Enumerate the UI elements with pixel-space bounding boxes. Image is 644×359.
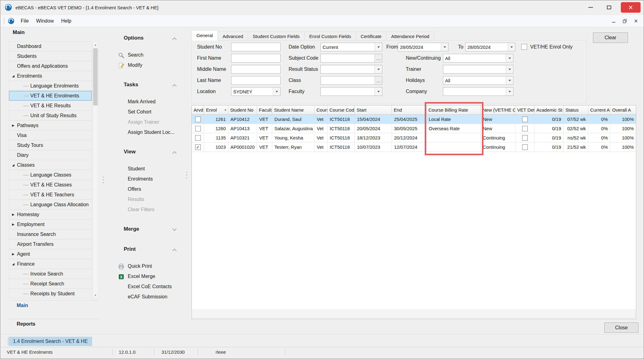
arrived-checkbox[interactable] <box>195 126 201 131</box>
sidebar-item-visa[interactable]: Visa <box>9 130 92 140</box>
column-header-overall-a[interactable]: Overall A <box>610 105 636 114</box>
vet-he-enrol-only-checkbox[interactable] <box>521 44 527 50</box>
grid-hscrollbar[interactable] <box>192 310 635 318</box>
sidebar-item-language-classes[interactable]: Language Classes <box>9 170 92 180</box>
arrived-checkbox[interactable] <box>195 117 201 122</box>
close-button[interactable]: Close <box>604 323 638 333</box>
chevron-up-icon[interactable] <box>172 151 177 156</box>
action-assign-student-loc[interactable]: Assign Student Loc... <box>107 127 190 137</box>
column-header-course-billing-rate[interactable]: Course Billing Rate <box>427 105 481 114</box>
sidebar-item-students[interactable]: Students <box>9 51 92 61</box>
menubar-grip[interactable] <box>4 18 5 24</box>
sidebar-item-classes[interactable]: ◢Classes <box>9 160 92 170</box>
tab-attendance-period[interactable]: Attendance Period <box>386 32 434 41</box>
first-name-input[interactable] <box>231 54 281 62</box>
action-group-header-tasks[interactable]: Tasks <box>107 82 190 90</box>
column-header-vet-det[interactable]: VET Det <box>515 105 535 114</box>
last-name-input[interactable] <box>231 76 281 85</box>
action-student[interactable]: Student <box>107 164 190 174</box>
sidebar-item-invoice-search[interactable]: Invoice Search <box>9 269 92 279</box>
sidebar-item-airport-transfers[interactable]: Airport Transfers <box>9 239 92 249</box>
chevron-up-icon[interactable] <box>172 37 177 42</box>
column-header-start[interactable]: Start <box>355 105 392 114</box>
action-group-header-options[interactable]: Options <box>107 35 190 44</box>
sidebar-item-diary[interactable]: Diary <box>9 150 92 160</box>
column-header-status[interactable]: Status <box>564 105 588 114</box>
action-excel-merge[interactable]: XExcel Merge <box>107 271 190 281</box>
vet-details-checkbox[interactable] <box>522 135 528 141</box>
student-no-input[interactable] <box>231 43 281 51</box>
column-header-course-cod[interactable]: Course Cod <box>328 105 355 114</box>
sidebar-item-vet-he-classes[interactable]: VET & HE Classes <box>9 180 92 190</box>
sidebar-item-language-enrolments[interactable]: Language Enrolments <box>9 81 92 91</box>
action-quick-print[interactable]: Quick Print <box>107 261 190 271</box>
tab-certificate[interactable]: Certificate <box>356 32 387 41</box>
clear-button[interactable]: Clear <box>593 32 628 43</box>
table-row[interactable]: 1260AP10413VETSalazar, AugustinaVetICT50… <box>192 124 636 133</box>
location-select[interactable]: SYDNEY <box>231 87 281 96</box>
new-continuing-select[interactable]: All <box>443 54 513 62</box>
sidebar-item-vet-he-enrolments[interactable]: VET & HE Enrolments <box>9 91 92 101</box>
result-status-select[interactable] <box>320 65 382 74</box>
splitter-handle[interactable] <box>102 172 104 187</box>
sidebar-item-vet-he-teachers[interactable]: VET & HE Teachers <box>9 190 92 200</box>
action-search[interactable]: Search <box>107 50 190 60</box>
sidebar-item-employment[interactable]: ▶Employment <box>9 220 92 229</box>
sidebar-item-enrolments[interactable]: ◢Enrolments <box>9 71 92 81</box>
column-header-academic-st[interactable]: Academic St <box>535 105 564 114</box>
vet-details-checkbox[interactable] <box>522 117 528 122</box>
tab-student-custom-fields[interactable]: Student Custom Fields <box>248 32 305 41</box>
holidays-select[interactable]: All <box>443 76 513 85</box>
mdi-restore-button[interactable] <box>620 17 629 25</box>
vet-details-checkbox[interactable] <box>522 126 528 131</box>
scrollbar-thumb[interactable] <box>93 48 98 105</box>
sidebar-item-pathways[interactable]: ▶Pathways <box>9 121 92 130</box>
sidebar-item-offers-and-applications[interactable]: Offers and Applications <box>9 61 92 71</box>
sidebar-item-agent[interactable]: ▶Agent <box>9 249 92 259</box>
action-group-header-print[interactable]: Print <box>107 246 190 255</box>
menu-help[interactable]: Help <box>58 18 75 24</box>
faculty-select[interactable] <box>320 87 382 96</box>
column-header-student-no[interactable]: Student No <box>228 105 257 114</box>
sidebar-item-dashboard[interactable]: Dashboard <box>9 41 92 51</box>
table-row[interactable]: 1135AP10321VETYoung, KeshaVetICT5011818/… <box>192 133 636 143</box>
column-header-new-vet-he-c[interactable]: New (VET/HE C <box>481 105 515 114</box>
column-header-end[interactable]: End <box>392 105 427 114</box>
class-input[interactable] <box>320 76 382 85</box>
action-set-cohort[interactable]: Set Cohort <box>107 107 190 117</box>
menu-file[interactable]: File <box>17 18 32 24</box>
sidebar-item-receipts-by-student[interactable]: Receipts by Student <box>9 289 92 298</box>
action-mark-arrived[interactable]: Mark Arrived <box>107 96 190 107</box>
sidebar-scrollbar[interactable] <box>92 41 99 298</box>
action-offers[interactable]: Offers <box>107 184 190 194</box>
date-option-select[interactable]: Current <box>320 43 382 51</box>
sidebar-item-study-tours[interactable]: Study Tours <box>9 140 92 150</box>
from-date-select[interactable]: 28/05/2024 <box>398 43 449 51</box>
sidebar-item-finance[interactable]: ◢Finance <box>9 259 92 269</box>
sidebar-item-receipt-search[interactable]: Receipt Search <box>9 279 92 289</box>
window-tab[interactable]: 1.4 Enrolment Search - VET & HE <box>9 337 92 346</box>
minimize-button[interactable] <box>584 2 597 13</box>
action-group-header-view[interactable]: View <box>107 149 190 157</box>
sidebar-item-language-class-allocation[interactable]: Language Class Allocation <box>9 200 92 210</box>
column-header-current-a[interactable]: Current A <box>588 105 610 114</box>
middle-name-input[interactable] <box>231 65 281 74</box>
tab-advanced[interactable]: Advanced <box>217 32 248 41</box>
sidebar-item-homestay[interactable]: ▶Homestay <box>9 210 92 220</box>
arrived-checkbox[interactable]: ✓ <box>195 144 201 150</box>
close-window-button[interactable] <box>621 2 641 13</box>
chevron-up-icon[interactable] <box>172 84 177 88</box>
action-enrolments[interactable]: Enrolments <box>107 174 190 184</box>
column-header-facult[interactable]: Facult <box>257 105 272 114</box>
sidebar-section-main[interactable]: Main <box>9 300 99 310</box>
maximize-button[interactable] <box>602 2 616 13</box>
column-header-enrol[interactable]: Enrol▾ <box>204 105 228 114</box>
trainer-select[interactable] <box>443 65 513 74</box>
mdi-close-button[interactable] <box>632 17 640 25</box>
sidebar-item-vet-he-results[interactable]: VET & HE Results <box>9 101 92 111</box>
arrived-checkbox[interactable] <box>195 135 201 141</box>
chevron-up-icon[interactable] <box>172 249 177 253</box>
ellipsis-button[interactable] <box>375 54 382 62</box>
chevron-down-icon[interactable] <box>172 227 177 231</box>
sidebar-item-insurance-search[interactable]: Insurance Search <box>9 229 92 239</box>
